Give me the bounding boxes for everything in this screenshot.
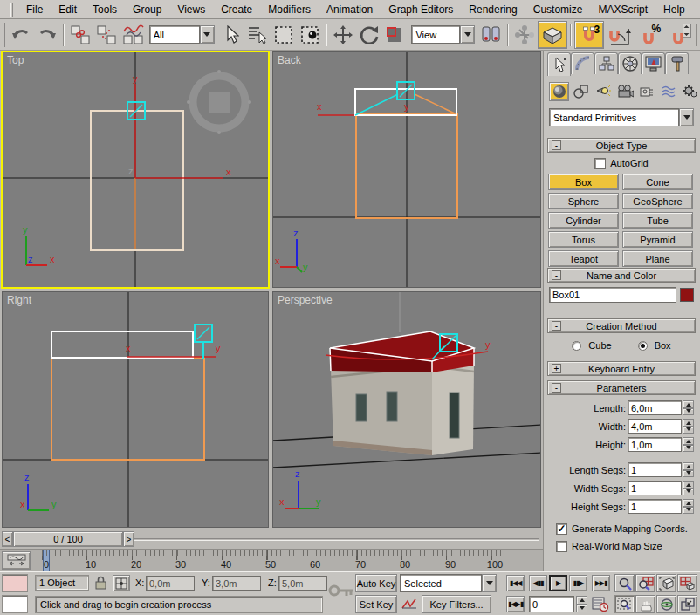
menu-create[interactable]: Create — [213, 1, 260, 18]
length-field[interactable]: 6,0m — [628, 400, 682, 415]
object-name-field[interactable]: Box01 — [549, 287, 676, 303]
pyramid-button[interactable]: Pyramid — [622, 231, 693, 248]
width-spinner[interactable] — [683, 419, 694, 434]
tab-display-icon[interactable] — [642, 52, 665, 74]
menu-tools[interactable]: Tools — [85, 1, 125, 18]
viewport-label[interactable]: Top — [7, 54, 24, 66]
height-spinner[interactable] — [683, 437, 694, 452]
width-field[interactable]: 4,0m — [628, 419, 682, 434]
select-and-manipulate-icon[interactable] — [511, 22, 538, 48]
next-frame-button[interactable]: ▮▮▶ — [569, 575, 587, 591]
percent-snap-toggle-icon[interactable]: % — [634, 22, 663, 48]
zoom-icon[interactable] — [614, 574, 635, 592]
cylinder-button[interactable]: Cylinder — [548, 212, 619, 229]
window-crossing-toggle-icon[interactable] — [297, 22, 323, 48]
go-to-end-button[interactable]: ▶▶▮ — [592, 575, 610, 591]
object-color-swatch[interactable] — [680, 288, 694, 302]
select-and-move-icon[interactable] — [330, 22, 356, 48]
select-object-icon[interactable] — [218, 22, 244, 48]
viewport-label[interactable]: Right — [7, 294, 31, 306]
key-mode-toggle-icon[interactable]: ▮◀▶▮ — [506, 596, 525, 612]
go-to-start-button[interactable]: ▮◀◀ — [506, 575, 525, 591]
zoom-all-icon[interactable] — [635, 574, 655, 592]
height-segs-spinner[interactable] — [683, 499, 694, 514]
viewport-right[interactable]: Right x y z x y — [2, 291, 269, 528]
time-configuration-icon[interactable] — [592, 596, 609, 614]
collapse-icon[interactable]: - — [552, 140, 561, 150]
x-coord-field[interactable]: 0,0m — [146, 576, 195, 591]
cameras-category-icon[interactable] — [614, 82, 635, 101]
tab-modify-icon[interactable] — [571, 52, 594, 74]
current-frame-field[interactable]: 0 — [529, 596, 574, 612]
sphere-button[interactable]: Sphere — [548, 193, 619, 209]
z-coord-field[interactable]: 5,0m — [278, 576, 327, 591]
time-slider-handle[interactable]: 0 / 100 — [13, 531, 123, 547]
chevron-down-icon[interactable] — [200, 25, 215, 44]
viewport-perspective[interactable]: Perspective — [272, 291, 541, 528]
keyboard-shortcut-override-toggle-icon[interactable] — [538, 21, 567, 49]
object-type-rollout-header[interactable]: - Object Type — [547, 138, 696, 153]
time-slider-next-button[interactable]: > — [123, 531, 134, 547]
menu-graph-editors[interactable]: Graph Editors — [381, 1, 461, 18]
default-in-out-tangents-icon[interactable] — [401, 597, 418, 613]
length-spinner[interactable] — [683, 400, 694, 415]
lights-category-icon[interactable] — [593, 82, 613, 101]
parameters-rollout-header[interactable]: - Parameters — [547, 380, 696, 395]
chevron-down-icon[interactable] — [460, 25, 475, 44]
rectangular-selection-region-icon[interactable] — [271, 22, 297, 48]
key-filters-button[interactable]: Key Filters... — [422, 595, 491, 613]
collapse-icon[interactable]: - — [552, 383, 561, 393]
arc-rotate-icon[interactable] — [656, 595, 676, 613]
selection-lock-icon[interactable] — [94, 576, 107, 591]
mini-curve-editor-icon[interactable] — [2, 551, 31, 570]
macro-recorder-pane[interactable] — [2, 574, 28, 592]
select-and-rotate-icon[interactable] — [356, 22, 382, 48]
generate-mapping-checkbox[interactable]: ✓ — [556, 523, 567, 535]
height-segs-field[interactable]: 1 — [628, 499, 682, 514]
angle-snap-toggle-icon[interactable] — [604, 22, 634, 48]
menu-views[interactable]: Views — [169, 1, 213, 18]
menu-customize[interactable]: Customize — [525, 1, 591, 18]
select-and-link-icon[interactable] — [67, 22, 93, 48]
collapse-icon[interactable]: - — [552, 270, 561, 280]
tab-utilities-icon[interactable] — [665, 52, 689, 74]
length-segs-field[interactable]: 1 — [628, 462, 682, 477]
shapes-category-icon[interactable] — [571, 82, 591, 101]
zoom-region-icon[interactable] — [614, 595, 635, 613]
box-radio[interactable] — [638, 341, 648, 351]
length-segs-spinner[interactable] — [683, 462, 694, 477]
selection-filter-dropdown[interactable]: All — [149, 25, 215, 44]
cube-radio[interactable] — [572, 341, 581, 351]
expand-icon[interactable]: + — [552, 364, 561, 373]
toolbar-grip[interactable] — [3, 23, 5, 47]
viewport-label[interactable]: Perspective — [278, 294, 333, 306]
frame-spinner[interactable] — [576, 596, 587, 612]
maxscript-listener-pane[interactable] — [2, 595, 28, 613]
menu-group[interactable]: Group — [125, 1, 169, 18]
box-button[interactable]: Box — [548, 174, 619, 190]
menu-rendering[interactable]: Rendering — [461, 1, 525, 18]
viewport-top[interactable]: Top y x z — [2, 51, 269, 288]
play-button[interactable]: ▶ — [549, 575, 567, 591]
viewport-label[interactable]: Back — [278, 54, 301, 66]
height-field[interactable]: 1,0m — [628, 437, 682, 452]
category-dropdown[interactable]: Standard Primitives — [549, 108, 694, 126]
auto-key-button[interactable]: Auto Key — [355, 574, 397, 592]
viewport-back[interactable]: Back x y z x y — [272, 51, 541, 288]
geosphere-button[interactable]: GeoSphere — [622, 193, 693, 209]
snaps-toggle-icon[interactable]: 3 — [574, 21, 604, 49]
time-slider-prev-button[interactable]: < — [2, 531, 13, 547]
set-key-button[interactable]: Set Key — [355, 595, 397, 613]
undo-icon[interactable] — [8, 22, 34, 48]
width-segs-field[interactable]: 1 — [628, 481, 682, 495]
systems-category-icon[interactable] — [680, 82, 700, 101]
pan-hand-icon[interactable] — [635, 595, 655, 613]
menu-file[interactable]: File — [18, 1, 51, 18]
toolbar-grip[interactable] — [10, 3, 13, 17]
maximize-viewport-toggle-icon[interactable] — [677, 595, 697, 613]
teapot-button[interactable]: Teapot — [548, 250, 619, 267]
tab-motion-icon[interactable] — [618, 52, 642, 74]
use-pivot-point-center-icon[interactable] — [478, 22, 504, 48]
tube-button[interactable]: Tube — [622, 212, 693, 229]
chevron-down-icon[interactable] — [482, 574, 497, 592]
